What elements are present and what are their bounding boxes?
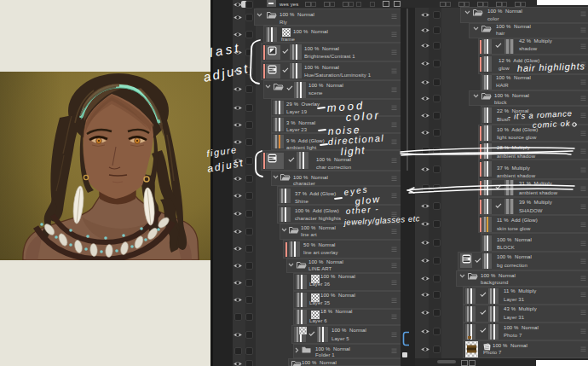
svg-text:other -: other - bbox=[345, 204, 379, 216]
svg-text:comic ok: comic ok bbox=[533, 119, 572, 130]
svg-text:light: light bbox=[340, 144, 366, 158]
svg-text:adjust: adjust bbox=[206, 157, 245, 175]
svg-text:hair highlights: hair highlights bbox=[517, 61, 585, 73]
svg-text:last: last bbox=[209, 40, 243, 60]
svg-text:adjust: adjust bbox=[202, 61, 251, 84]
svg-text:figure: figure bbox=[206, 144, 239, 159]
svg-text:jewelry/glasses etc: jewelry/glasses etc bbox=[343, 213, 421, 227]
svg-text:color: color bbox=[345, 108, 381, 124]
